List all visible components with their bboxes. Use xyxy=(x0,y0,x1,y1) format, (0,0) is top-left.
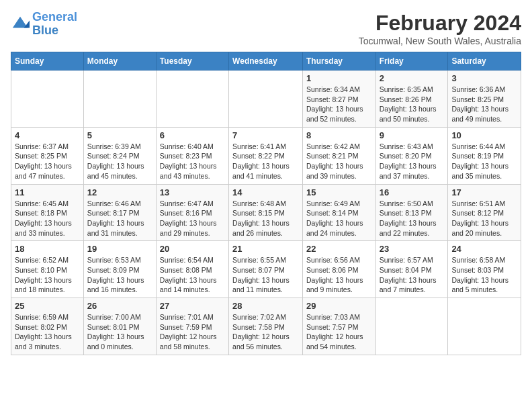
calendar-cell: 5Sunrise: 6:39 AM Sunset: 8:24 PM Daylig… xyxy=(83,127,156,184)
day-info: Sunrise: 6:43 AM Sunset: 8:20 PM Dayligh… xyxy=(380,142,445,181)
calendar-cell: 28Sunrise: 7:02 AM Sunset: 7:58 PM Dayli… xyxy=(229,298,303,355)
calendar-cell: 24Sunrise: 6:58 AM Sunset: 8:03 PM Dayli… xyxy=(448,241,521,298)
calendar-cell: 27Sunrise: 7:01 AM Sunset: 7:59 PM Dayli… xyxy=(156,298,228,355)
day-number: 23 xyxy=(380,244,445,254)
day-number: 8 xyxy=(306,130,372,140)
day-info: Sunrise: 6:50 AM Sunset: 8:13 PM Dayligh… xyxy=(380,199,445,238)
day-number: 7 xyxy=(232,130,299,140)
day-info: Sunrise: 6:54 AM Sunset: 8:08 PM Dayligh… xyxy=(160,255,225,295)
day-info: Sunrise: 6:51 AM Sunset: 8:12 PM Dayligh… xyxy=(451,199,517,238)
page-header: General Blue February 2024 Tocumwal, New… xyxy=(11,11,521,46)
day-number: 6 xyxy=(160,130,225,140)
day-info: Sunrise: 6:35 AM Sunset: 8:26 PM Dayligh… xyxy=(380,85,445,124)
day-info: Sunrise: 6:36 AM Sunset: 8:25 PM Dayligh… xyxy=(451,85,517,124)
day-info: Sunrise: 6:56 AM Sunset: 8:06 PM Dayligh… xyxy=(306,255,372,295)
calendar-cell: 19Sunrise: 6:53 AM Sunset: 8:09 PM Dayli… xyxy=(83,241,156,298)
calendar-cell: 4Sunrise: 6:37 AM Sunset: 8:25 PM Daylig… xyxy=(11,127,84,184)
calendar-cell xyxy=(229,71,303,128)
calendar-header-tuesday: Tuesday xyxy=(156,52,228,71)
calendar-cell: 25Sunrise: 6:59 AM Sunset: 8:02 PM Dayli… xyxy=(11,298,84,355)
day-number: 5 xyxy=(87,130,152,140)
day-number: 28 xyxy=(232,301,299,311)
calendar-cell xyxy=(375,298,448,355)
day-number: 9 xyxy=(380,130,445,140)
day-number: 26 xyxy=(87,301,152,311)
day-number: 16 xyxy=(380,187,445,197)
day-info: Sunrise: 6:39 AM Sunset: 8:24 PM Dayligh… xyxy=(87,142,152,181)
calendar-cell: 29Sunrise: 7:03 AM Sunset: 7:57 PM Dayli… xyxy=(302,298,375,355)
day-number: 4 xyxy=(15,130,80,140)
calendar-cell: 2Sunrise: 6:35 AM Sunset: 8:26 PM Daylig… xyxy=(375,71,448,128)
day-number: 27 xyxy=(160,301,225,311)
day-number: 21 xyxy=(232,244,299,254)
calendar-cell xyxy=(448,298,521,355)
calendar-cell xyxy=(11,71,84,128)
calendar-cell: 18Sunrise: 6:52 AM Sunset: 8:10 PM Dayli… xyxy=(11,241,84,298)
day-info: Sunrise: 6:53 AM Sunset: 8:09 PM Dayligh… xyxy=(87,255,152,295)
day-info: Sunrise: 6:58 AM Sunset: 8:03 PM Dayligh… xyxy=(451,255,517,295)
calendar-cell xyxy=(156,71,228,128)
day-number: 1 xyxy=(306,73,372,83)
day-number: 19 xyxy=(87,244,152,254)
day-number: 20 xyxy=(160,244,225,254)
day-number: 22 xyxy=(306,244,372,254)
calendar-week-row: 1Sunrise: 6:34 AM Sunset: 8:27 PM Daylig… xyxy=(11,71,521,128)
day-number: 3 xyxy=(451,73,517,83)
calendar-cell: 16Sunrise: 6:50 AM Sunset: 8:13 PM Dayli… xyxy=(375,184,448,241)
calendar-cell: 23Sunrise: 6:57 AM Sunset: 8:04 PM Dayli… xyxy=(375,241,448,298)
calendar-header-thursday: Thursday xyxy=(302,52,375,71)
day-info: Sunrise: 6:55 AM Sunset: 8:07 PM Dayligh… xyxy=(232,255,299,295)
calendar-cell: 11Sunrise: 6:45 AM Sunset: 8:18 PM Dayli… xyxy=(11,184,84,241)
day-number: 14 xyxy=(232,187,299,197)
day-number: 2 xyxy=(380,73,445,83)
calendar-week-row: 4Sunrise: 6:37 AM Sunset: 8:25 PM Daylig… xyxy=(11,127,521,184)
logo-icon xyxy=(11,15,30,34)
day-info: Sunrise: 6:59 AM Sunset: 8:02 PM Dayligh… xyxy=(15,312,80,352)
location: Tocumwal, New South Wales, Australia xyxy=(359,36,521,46)
day-number: 18 xyxy=(15,244,80,254)
month-year: February 2024 xyxy=(359,11,521,36)
calendar-cell: 21Sunrise: 6:55 AM Sunset: 8:07 PM Dayli… xyxy=(229,241,303,298)
calendar-cell: 22Sunrise: 6:56 AM Sunset: 8:06 PM Dayli… xyxy=(302,241,375,298)
day-info: Sunrise: 7:02 AM Sunset: 7:58 PM Dayligh… xyxy=(232,312,299,352)
calendar-cell: 14Sunrise: 6:48 AM Sunset: 8:15 PM Dayli… xyxy=(229,184,303,241)
day-info: Sunrise: 6:45 AM Sunset: 8:18 PM Dayligh… xyxy=(15,199,80,238)
day-number: 13 xyxy=(160,187,225,197)
day-number: 11 xyxy=(15,187,80,197)
calendar-cell: 26Sunrise: 7:00 AM Sunset: 8:01 PM Dayli… xyxy=(83,298,156,355)
title-block: February 2024 Tocumwal, New South Wales,… xyxy=(359,11,521,46)
calendar-cell: 20Sunrise: 6:54 AM Sunset: 8:08 PM Dayli… xyxy=(156,241,228,298)
calendar-cell: 9Sunrise: 6:43 AM Sunset: 8:20 PM Daylig… xyxy=(375,127,448,184)
day-number: 17 xyxy=(451,187,517,197)
day-number: 10 xyxy=(451,130,517,140)
calendar-header-friday: Friday xyxy=(375,52,448,71)
calendar-cell xyxy=(83,71,156,128)
calendar-header-row: SundayMondayTuesdayWednesdayThursdayFrid… xyxy=(11,52,521,71)
calendar-cell: 7Sunrise: 6:41 AM Sunset: 8:22 PM Daylig… xyxy=(229,127,303,184)
calendar-cell: 6Sunrise: 6:40 AM Sunset: 8:23 PM Daylig… xyxy=(156,127,228,184)
calendar-cell: 12Sunrise: 6:46 AM Sunset: 8:17 PM Dayli… xyxy=(83,184,156,241)
day-info: Sunrise: 6:47 AM Sunset: 8:16 PM Dayligh… xyxy=(160,199,225,238)
day-info: Sunrise: 6:44 AM Sunset: 8:19 PM Dayligh… xyxy=(451,142,517,181)
day-info: Sunrise: 6:40 AM Sunset: 8:23 PM Dayligh… xyxy=(160,142,225,181)
day-number: 29 xyxy=(306,301,372,311)
calendar-cell: 15Sunrise: 6:49 AM Sunset: 8:14 PM Dayli… xyxy=(302,184,375,241)
calendar-header-monday: Monday xyxy=(83,52,156,71)
day-info: Sunrise: 7:01 AM Sunset: 7:59 PM Dayligh… xyxy=(160,312,225,352)
calendar-cell: 17Sunrise: 6:51 AM Sunset: 8:12 PM Dayli… xyxy=(448,184,521,241)
day-info: Sunrise: 6:48 AM Sunset: 8:15 PM Dayligh… xyxy=(232,199,299,238)
calendar-table: SundayMondayTuesdayWednesdayThursdayFrid… xyxy=(11,52,521,355)
day-number: 12 xyxy=(87,187,152,197)
day-number: 24 xyxy=(451,244,517,254)
logo: General Blue xyxy=(11,11,77,38)
calendar-header-saturday: Saturday xyxy=(448,52,521,71)
calendar-header-sunday: Sunday xyxy=(11,52,84,71)
calendar-week-row: 25Sunrise: 6:59 AM Sunset: 8:02 PM Dayli… xyxy=(11,298,521,355)
day-info: Sunrise: 6:46 AM Sunset: 8:17 PM Dayligh… xyxy=(87,199,152,238)
calendar-header-wednesday: Wednesday xyxy=(229,52,303,71)
day-info: Sunrise: 6:41 AM Sunset: 8:22 PM Dayligh… xyxy=(232,142,299,181)
day-number: 15 xyxy=(306,187,372,197)
day-info: Sunrise: 6:57 AM Sunset: 8:04 PM Dayligh… xyxy=(380,255,445,295)
calendar-cell: 10Sunrise: 6:44 AM Sunset: 8:19 PM Dayli… xyxy=(448,127,521,184)
calendar-cell: 8Sunrise: 6:42 AM Sunset: 8:21 PM Daylig… xyxy=(302,127,375,184)
